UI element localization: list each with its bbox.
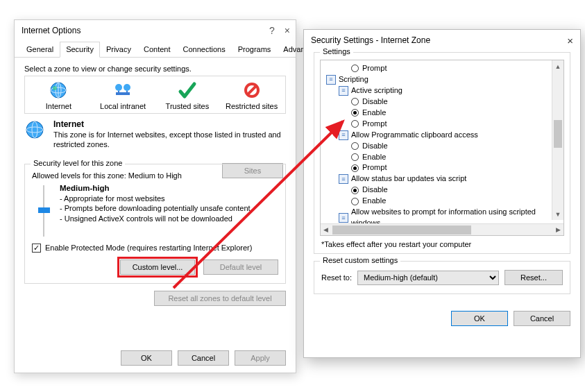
settings-tree[interactable]: Prompt≡Scripting≡Active scriptingDisable… — [320, 60, 564, 236]
tab-programs[interactable]: Programs — [232, 42, 278, 58]
svg-point-5 — [115, 84, 122, 91]
globe-icon — [47, 80, 69, 100]
subcategory-label: Active scripting — [351, 85, 402, 96]
io-titlebar: Internet Options ? × — [15, 20, 296, 41]
tree-category[interactable]: ≡Scripting — [326, 74, 563, 85]
script-icon: ≡ — [339, 130, 348, 140]
tree-subcategory[interactable]: ≡Active scripting — [339, 85, 563, 96]
radio-label: Disable — [362, 96, 388, 108]
scroll-up-icon[interactable]: ▲ — [552, 60, 563, 72]
radio-option[interactable]: Enable — [339, 152, 563, 163]
security-slider[interactable] — [36, 184, 51, 238]
radio-option[interactable]: Enable — [339, 108, 563, 119]
svg-point-12 — [26, 121, 43, 138]
subcategory-label: Allow status bar updates via script — [351, 173, 466, 185]
radio-label: Enable — [362, 196, 386, 207]
reset-group: Reset custom settings Reset to: Medium-h… — [314, 261, 570, 294]
slider-thumb[interactable] — [38, 207, 50, 213]
radio-label: Prompt — [362, 162, 387, 173]
internet-options-window: Internet Options ? × General Security Pr… — [14, 19, 296, 373]
close-icon[interactable]: × — [285, 25, 290, 36]
tab-privacy[interactable]: Privacy — [100, 42, 137, 58]
tab-general[interactable]: General — [20, 42, 60, 58]
tab-security[interactable]: Security — [60, 42, 100, 58]
radio-option[interactable]: Disable — [339, 141, 563, 152]
reset-all-zones-button[interactable]: Reset all zones to default level — [154, 291, 286, 306]
script-icon: ≡ — [339, 86, 348, 96]
zone-trusted-label: Trusted sites — [166, 102, 210, 110]
svg-rect-8 — [126, 91, 128, 94]
svg-rect-7 — [118, 91, 119, 94]
vertical-scrollbar[interactable]: ▲ ▼ — [552, 60, 563, 220]
radio-option[interactable]: Enable — [339, 196, 563, 207]
radio-label: Prompt — [362, 119, 387, 130]
scroll-thumb[interactable] — [554, 120, 562, 148]
restricted-icon — [241, 80, 263, 100]
protected-mode-checkbox[interactable]: ✓ Enable Protected Mode (requires restar… — [32, 244, 278, 253]
radio-icon[interactable] — [351, 164, 359, 172]
apply-button[interactable]: Apply — [235, 350, 286, 366]
cancel-button[interactable]: Cancel — [514, 311, 570, 326]
reset-to-select[interactable]: Medium-high (default) — [357, 271, 499, 285]
level-legend: Security level for this zone — [31, 159, 125, 167]
scroll-left-icon[interactable]: ◀ — [323, 226, 328, 233]
radio-icon[interactable] — [351, 109, 359, 117]
restart-note: *Takes effect after you restart your com… — [321, 240, 563, 248]
level-bullet: - Appropriate for most websites — [60, 194, 251, 204]
radio-label: Enable — [362, 108, 386, 119]
scroll-down-icon[interactable]: ▼ — [552, 208, 563, 220]
zone-description: Internet This zone is for Internet websi… — [24, 114, 286, 160]
ok-button[interactable]: OK — [451, 311, 508, 326]
settings-group: Settings Prompt≡Scripting≡Active scripti… — [314, 52, 570, 254]
close-icon[interactable]: × — [567, 35, 573, 46]
radio-icon[interactable] — [351, 187, 359, 194]
zone-internet-label: Internet — [46, 102, 71, 110]
tree-subcategory[interactable]: ≡Allow status bar updates via script — [339, 173, 563, 185]
protected-mode-label: Enable Protected Mode (requires restarti… — [45, 244, 252, 252]
help-icon[interactable]: ? — [269, 25, 275, 36]
zone-internet[interactable]: Internet — [31, 80, 85, 110]
tree-subcategory[interactable]: ≡Allow Programmatic clipboard access — [339, 130, 563, 141]
default-level-button[interactable]: Default level — [203, 259, 278, 275]
radio-icon[interactable] — [351, 142, 359, 150]
subcategory-label: Allow Programmatic clipboard access — [351, 130, 478, 141]
intranet-icon — [112, 80, 134, 100]
tab-content[interactable]: Content — [137, 42, 177, 58]
checkmark-icon — [176, 80, 198, 100]
level-bullet: - Prompts before downloading potentially… — [60, 203, 251, 214]
tab-connections[interactable]: Connections — [176, 42, 231, 58]
zone-trusted[interactable]: Trusted sites — [160, 80, 214, 110]
reset-legend: Reset custom settings — [320, 256, 400, 264]
radio-option[interactable]: Disable — [339, 96, 563, 108]
scroll-right-icon[interactable]: ▶ — [556, 226, 561, 233]
level-name: Medium-high — [60, 184, 251, 192]
radio-option[interactable]: Prompt — [339, 162, 563, 173]
horizontal-scrollbar[interactable]: ◀ ▶ — [321, 223, 563, 235]
ok-button[interactable]: OK — [121, 350, 172, 366]
annotation-highlight — [117, 257, 198, 278]
radio-icon[interactable] — [351, 198, 359, 205]
svg-point-3 — [53, 86, 57, 90]
checkbox-icon[interactable]: ✓ — [32, 244, 41, 253]
radio-icon[interactable] — [351, 153, 359, 161]
security-level-fieldset: Security level for this zone Allowed lev… — [24, 164, 286, 284]
io-tabstrip: General Security Privacy Content Connect… — [15, 41, 296, 58]
radio-option[interactable]: Disable — [339, 185, 563, 196]
script-icon: ≡ — [339, 213, 348, 223]
radio-option[interactable]: Prompt — [326, 63, 563, 74]
radio-icon[interactable] — [351, 120, 359, 128]
radio-icon[interactable] — [351, 65, 359, 72]
zone-restricted[interactable]: Restricted sites — [225, 80, 279, 110]
radio-label: Disable — [362, 185, 388, 196]
reset-button[interactable]: Reset... — [505, 270, 563, 285]
zone-intranet[interactable]: Local intranet — [96, 80, 150, 110]
radio-label: Enable — [362, 152, 386, 163]
radio-option[interactable]: Prompt — [339, 119, 563, 130]
radio-icon[interactable] — [351, 98, 359, 105]
zone-intranet-label: Local intranet — [100, 102, 146, 110]
allowed-levels: Allowed levels for this zone: Medium to … — [32, 171, 278, 180]
svg-point-6 — [124, 84, 130, 91]
cancel-button[interactable]: Cancel — [178, 350, 229, 366]
hscroll-thumb[interactable] — [332, 225, 471, 235]
radio-label: Disable — [362, 141, 388, 152]
